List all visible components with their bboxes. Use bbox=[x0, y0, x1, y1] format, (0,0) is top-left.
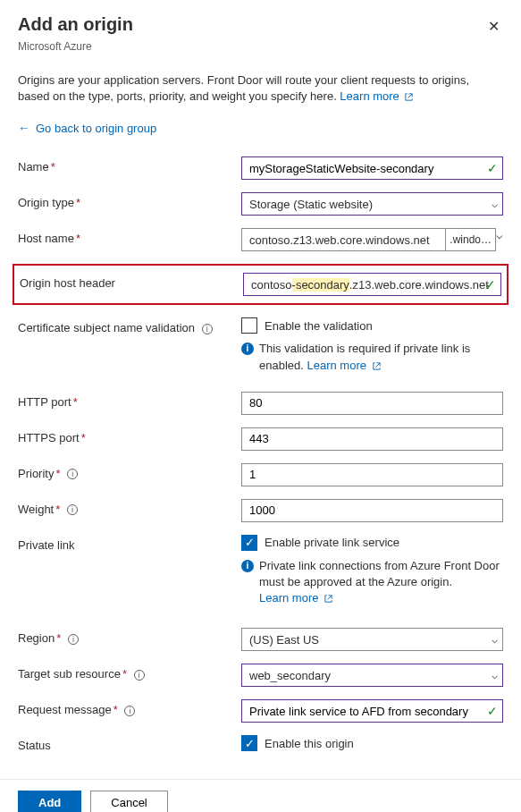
private-link-note: i Private link connections from Azure Fr… bbox=[241, 558, 503, 607]
region-select[interactable]: (US) East US bbox=[241, 628, 503, 651]
check-icon: ✓ bbox=[245, 537, 255, 548]
required-icon: * bbox=[113, 703, 118, 716]
external-link-icon bbox=[372, 361, 382, 371]
label-cert-validation: Certificate subject name validation i bbox=[18, 317, 241, 334]
row-origin-type: Origin type* Storage (Static website) ⌵ bbox=[18, 192, 503, 216]
add-origin-panel: Add an origin ✕ Microsoft Azure Origins … bbox=[0, 0, 521, 752]
field-weight bbox=[241, 499, 503, 522]
cancel-button[interactable]: Cancel bbox=[90, 791, 167, 812]
label-http-port: HTTP port* bbox=[18, 392, 241, 409]
info-icon[interactable]: i bbox=[67, 469, 78, 479]
field-http-port bbox=[241, 392, 503, 415]
arrow-left-icon: ← bbox=[18, 121, 30, 135]
info-icon[interactable]: i bbox=[68, 634, 79, 645]
row-request-message: Request message* i ✓ bbox=[18, 699, 503, 723]
request-message-input[interactable] bbox=[241, 699, 503, 723]
label-private-link: Private link bbox=[18, 535, 241, 552]
info-icon[interactable]: i bbox=[134, 670, 145, 681]
row-private-link: Private link ✓ Enable private link servi… bbox=[18, 535, 503, 607]
field-name: ✓ bbox=[241, 156, 503, 180]
row-https-port: HTTPS port* bbox=[18, 427, 503, 451]
cert-validation-checkbox[interactable] bbox=[241, 317, 257, 334]
row-weight: Weight* i bbox=[18, 499, 503, 522]
private-link-checkbox-label: Enable private link service bbox=[265, 536, 399, 549]
footer: Add Cancel bbox=[0, 779, 521, 812]
panel-title: Add an origin bbox=[18, 14, 133, 35]
name-input[interactable] bbox=[241, 156, 503, 180]
field-origin-host-header: contoso-secondary.z13.web.core.windows.n… bbox=[243, 273, 501, 296]
field-request-message: ✓ bbox=[241, 699, 503, 723]
host-name-select[interactable]: contoso.z13.web.core.windows.net bbox=[241, 228, 446, 251]
private-link-learn-more-link[interactable]: Learn more bbox=[259, 591, 333, 605]
back-link-row[interactable]: ← Go back to origin group bbox=[18, 121, 503, 135]
row-host-name: Host name* contoso.z13.web.core.windows.… bbox=[18, 228, 503, 251]
origin-host-header-input[interactable]: contoso-secondary.z13.web.core.windows.n… bbox=[243, 273, 501, 296]
panel-header: Add an origin ✕ bbox=[18, 14, 503, 38]
external-link-icon bbox=[404, 92, 414, 102]
close-icon[interactable]: ✕ bbox=[484, 14, 503, 38]
cert-validation-note: i This validation is required if private… bbox=[241, 341, 503, 373]
label-request-message: Request message* i bbox=[18, 699, 241, 716]
info-icon[interactable]: i bbox=[202, 324, 213, 334]
external-link-icon bbox=[324, 594, 333, 604]
row-target-sub-resource: Target sub resource* i web_secondary ⌵ bbox=[18, 664, 503, 687]
http-port-input[interactable] bbox=[241, 392, 503, 415]
row-http-port: HTTP port* bbox=[18, 392, 503, 415]
status-checkbox-label: Enable this origin bbox=[265, 737, 354, 750]
back-link[interactable]: Go back to origin group bbox=[36, 122, 156, 135]
origin-type-select[interactable]: Storage (Static website) bbox=[241, 192, 503, 216]
label-name: Name* bbox=[18, 156, 241, 173]
add-button[interactable]: Add bbox=[18, 791, 81, 812]
highlight-origin-host-header: Origin host header contoso-secondary.z13… bbox=[13, 264, 508, 305]
field-origin-type: Storage (Static website) ⌵ bbox=[241, 192, 503, 216]
label-status: Status bbox=[18, 735, 241, 752]
info-filled-icon: i bbox=[241, 343, 254, 355]
intro-text: Origins are your application servers. Fr… bbox=[18, 72, 503, 105]
label-origin-host-header: Origin host header bbox=[20, 273, 243, 290]
cert-validation-checkbox-label: Enable the validation bbox=[265, 319, 373, 333]
panel-subtitle: Microsoft Azure bbox=[18, 40, 503, 53]
https-port-input[interactable] bbox=[241, 427, 503, 451]
label-target-sub-resource: Target sub resource* i bbox=[18, 664, 241, 681]
cert-learn-more-link[interactable]: Learn more bbox=[307, 359, 382, 372]
field-https-port bbox=[241, 427, 503, 451]
target-sub-resource-select[interactable]: web_secondary bbox=[241, 664, 503, 687]
label-region: Region* i bbox=[18, 628, 241, 645]
row-cert-validation: Certificate subject name validation i En… bbox=[18, 317, 503, 373]
label-https-port: HTTPS port* bbox=[18, 427, 241, 444]
field-private-link: ✓ Enable private link service i Private … bbox=[241, 535, 503, 607]
required-icon: * bbox=[122, 667, 127, 681]
required-icon: * bbox=[81, 431, 86, 444]
field-target-sub-resource: web_secondary ⌵ bbox=[241, 664, 503, 687]
label-priority: Priority* i bbox=[18, 463, 241, 480]
label-origin-type: Origin type* bbox=[18, 192, 241, 209]
label-weight: Weight* i bbox=[18, 499, 241, 516]
weight-input[interactable] bbox=[241, 499, 503, 522]
required-icon: * bbox=[73, 395, 78, 409]
field-status: ✓ Enable this origin bbox=[241, 735, 503, 751]
row-region: Region* i (US) East US ⌵ bbox=[18, 628, 503, 651]
label-host-name: Host name* bbox=[18, 228, 241, 245]
required-icon: * bbox=[56, 631, 61, 645]
field-host-name: contoso.z13.web.core.windows.net .windo…… bbox=[241, 228, 503, 251]
row-status: Status ✓ Enable this origin bbox=[18, 735, 503, 752]
intro-learn-more-link[interactable]: Learn more bbox=[340, 89, 414, 103]
required-icon: * bbox=[55, 467, 60, 480]
check-icon: ✓ bbox=[245, 738, 255, 749]
private-link-checkbox[interactable]: ✓ bbox=[241, 535, 257, 551]
private-link-checkbox-row: ✓ Enable private link service bbox=[241, 535, 503, 551]
status-checkbox[interactable]: ✓ bbox=[241, 735, 257, 751]
field-priority bbox=[241, 463, 503, 486]
required-icon: * bbox=[55, 503, 60, 516]
required-icon: * bbox=[76, 196, 80, 209]
field-cert-validation: Enable the validation i This validation … bbox=[241, 317, 503, 373]
row-priority: Priority* i bbox=[18, 463, 503, 486]
chevron-down-icon: ⌵ bbox=[496, 228, 503, 251]
row-name: Name* ✓ bbox=[18, 156, 503, 180]
host-name-suffix: .windo… bbox=[446, 228, 496, 251]
info-icon[interactable]: i bbox=[124, 706, 135, 716]
info-icon[interactable]: i bbox=[67, 504, 78, 515]
field-region: (US) East US ⌵ bbox=[241, 628, 503, 651]
priority-input[interactable] bbox=[241, 463, 503, 486]
cert-validation-checkbox-row: Enable the validation bbox=[241, 317, 503, 334]
